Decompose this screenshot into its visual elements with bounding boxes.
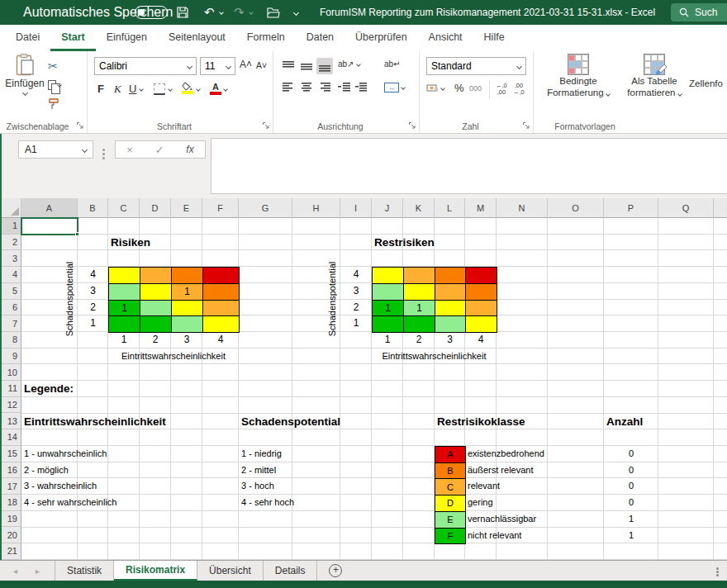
percent-style-button[interactable]: % (454, 82, 464, 94)
row-header-9[interactable]: 9 (2, 349, 21, 365)
row-header-16[interactable]: 16 (2, 462, 21, 479)
column-header-P[interactable]: P (604, 198, 658, 218)
dialog-launcher-icon[interactable] (262, 121, 270, 130)
ribbon-tab-seitenlayout[interactable]: Seitenlayout (158, 25, 236, 51)
folder-icon[interactable] (267, 0, 280, 25)
format-as-table-button[interactable]: Als Tabelle formatieren (618, 54, 691, 98)
matrix-cell[interactable] (435, 283, 466, 301)
grow-font-button[interactable]: A˄ (240, 59, 252, 70)
paste-dropdown-icon[interactable] (21, 90, 27, 96)
matrix-cell[interactable] (108, 283, 140, 301)
selected-cell-a1[interactable] (21, 217, 78, 235)
column-header-E[interactable]: E (171, 198, 202, 218)
ribbon-tab-ansicht[interactable]: Ansicht (418, 25, 473, 51)
column-header-Q[interactable]: Q (658, 198, 714, 218)
align-right-button[interactable] (316, 79, 333, 96)
prev-sheet-icon[interactable]: ◂ (13, 567, 17, 576)
fill-handle[interactable] (75, 232, 79, 236)
matrix-cell[interactable] (372, 267, 404, 284)
ribbon-tab-formeln[interactable]: Formeln (236, 25, 296, 51)
column-header-M[interactable]: M (465, 198, 497, 218)
column-header-I[interactable]: I (340, 198, 372, 218)
tab-bar-splitter-icon[interactable] (716, 567, 719, 570)
wrap-text-button[interactable]: ab↵ (384, 59, 401, 69)
matrix-cell[interactable] (171, 267, 203, 284)
column-header-G[interactable]: G (239, 198, 292, 218)
row-header-8[interactable]: 8 (2, 332, 21, 349)
font-color-dropdown-icon[interactable] (223, 87, 228, 92)
align-middle-button[interactable] (298, 58, 315, 74)
column-header-F[interactable]: F (202, 198, 239, 218)
row-header-6[interactable]: 6 (2, 300, 21, 316)
sheet-tab-risikomatrix[interactable]: Risikomatrix (114, 561, 197, 581)
cut-button[interactable]: ✂ (48, 58, 76, 74)
ribbon-tab-datei[interactable]: Datei (5, 25, 50, 51)
font-color-button[interactable]: A (210, 82, 221, 95)
number-format-combo[interactable]: Standard (426, 57, 526, 75)
borders-button[interactable] (154, 83, 165, 95)
row-header-20[interactable]: 20 (2, 527, 21, 543)
row-header-15[interactable]: 15 (2, 446, 21, 462)
italic-button[interactable]: K (114, 83, 121, 96)
decrease-decimal-button[interactable]: ,00→,0 (513, 83, 525, 95)
decrease-indent-button[interactable] (336, 79, 353, 96)
matrix-cell[interactable] (202, 300, 240, 317)
row-header-12[interactable]: 12 (2, 397, 21, 414)
row-header-2[interactable]: 2 (2, 235, 21, 251)
matrix-cell[interactable] (171, 300, 203, 317)
align-left-button[interactable] (280, 79, 297, 96)
search-box[interactable]: Such (671, 3, 727, 21)
ribbon-tab-hilfe[interactable]: Hilfe (473, 25, 516, 51)
matrix-cell[interactable] (465, 300, 497, 317)
matrix-cell[interactable] (435, 267, 466, 284)
matrix-cell[interactable]: 1 (372, 300, 404, 317)
matrix-cell[interactable] (372, 315, 404, 333)
matrix-cell[interactable] (202, 283, 240, 301)
column-header-O[interactable]: O (548, 198, 604, 218)
enter-icon[interactable]: ✓ (155, 144, 164, 156)
matrix-cell[interactable] (403, 283, 435, 301)
copy-button[interactable] (48, 77, 76, 93)
matrix-cell[interactable] (435, 315, 466, 333)
cell-styles-button[interactable]: Zellenfo (689, 54, 727, 89)
row-header-4[interactable]: 4 (2, 267, 21, 283)
align-top-button[interactable] (280, 58, 297, 74)
comma-style-button[interactable]: 000 (469, 84, 482, 92)
matrix-cell[interactable] (140, 267, 172, 284)
align-center-button[interactable] (298, 79, 315, 96)
column-header-N[interactable]: N (497, 198, 548, 218)
matrix-cell[interactable] (202, 267, 240, 284)
matrix-cell[interactable]: 1 (108, 300, 140, 317)
bold-button[interactable]: F (97, 83, 104, 95)
formula-input[interactable] (211, 138, 727, 194)
row-header-11[interactable]: 11 (2, 381, 21, 397)
row-header-13[interactable]: 13 (2, 413, 21, 429)
borders-dropdown-icon[interactable] (168, 87, 173, 92)
new-sheet-button[interactable]: + (329, 564, 342, 577)
sheet-tab-übersicht[interactable]: Übersicht (197, 561, 264, 581)
quick-access-dropdown-icon[interactable] (293, 9, 299, 15)
save-icon[interactable] (177, 0, 188, 25)
column-header-J[interactable]: J (372, 198, 403, 218)
fill-color-button[interactable] (182, 82, 193, 94)
row-header-21[interactable]: 21 (2, 543, 21, 560)
dialog-launcher-icon[interactable] (408, 121, 416, 130)
ribbon-tab-einfügen[interactable]: Einfügen (96, 25, 158, 51)
sheet-tab-statistik[interactable]: Statistik (55, 561, 114, 581)
shrink-font-button[interactable]: A˅ (256, 60, 267, 70)
column-header-C[interactable]: C (108, 198, 140, 218)
row-header-5[interactable]: 5 (2, 283, 21, 300)
column-header-H[interactable]: H (292, 198, 340, 218)
matrix-cell[interactable] (140, 283, 172, 301)
row-header-17[interactable]: 17 (2, 478, 21, 495)
matrix-cell[interactable] (435, 300, 466, 317)
matrix-cell[interactable]: 1 (403, 300, 435, 317)
insert-function-icon[interactable]: fx (186, 144, 193, 155)
dialog-launcher-icon[interactable] (76, 121, 84, 130)
underline-button[interactable]: U (129, 83, 136, 95)
paste-button[interactable]: Einfügen (5, 54, 45, 116)
column-header-D[interactable]: D (140, 198, 171, 218)
ribbon-tab-start[interactable]: Start (50, 25, 95, 51)
matrix-cell[interactable] (171, 315, 203, 333)
next-sheet-icon[interactable]: ▸ (36, 567, 40, 576)
